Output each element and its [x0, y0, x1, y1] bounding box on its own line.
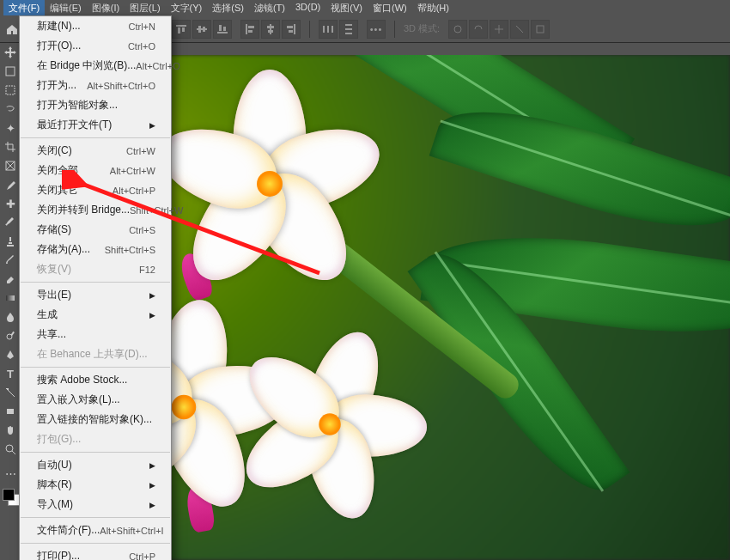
file-menu-item: 恢复(V)F12: [20, 259, 171, 279]
menu-3d[interactable]: 3D(D): [290, 0, 325, 15]
distribute-h-icon[interactable]: [319, 20, 338, 39]
file-menu-item[interactable]: 在 Bridge 中浏览(B)...Alt+Ctrl+O: [20, 56, 171, 76]
file-menu-item[interactable]: 新建(N)...Ctrl+N: [20, 16, 171, 36]
file-menu-item[interactable]: 关闭并转到 Bridge...Shift+Ctrl+W: [20, 200, 171, 220]
brush-tool-icon[interactable]: [0, 213, 21, 232]
menubar: 文件(F) 编辑(E) 图像(I) 图层(L) 文字(Y) 选择(S) 滤镜(T…: [0, 0, 730, 15]
svg-rect-19: [327, 26, 329, 33]
svg-rect-9: [246, 24, 247, 34]
foreground-color-swatch[interactable]: [3, 489, 15, 501]
marquee-tool-icon[interactable]: [0, 81, 21, 100]
file-menu-item[interactable]: 置入链接的智能对象(K)...: [20, 410, 171, 429]
svg-rect-5: [203, 27, 205, 32]
pen-tool-icon[interactable]: [0, 345, 21, 364]
svg-rect-14: [268, 30, 273, 33]
file-menu-item[interactable]: 自动(U)▶: [20, 455, 171, 475]
menu-file[interactable]: 文件(F): [3, 0, 45, 15]
wand-tool-icon[interactable]: ✦: [0, 119, 21, 137]
svg-rect-16: [287, 26, 293, 28]
svg-rect-11: [248, 30, 252, 33]
tools-panel: ✦ ✚ T ⋯: [0, 43, 21, 517]
crop-tool-icon[interactable]: [0, 137, 21, 156]
svg-rect-21: [345, 24, 352, 26]
file-menu-item: 打包(G)...: [20, 429, 171, 449]
align-left-icon[interactable]: [240, 20, 259, 39]
file-menu-item[interactable]: 置入嵌入对象(L)...: [20, 390, 171, 410]
color-swatches[interactable]: [2, 488, 19, 512]
zoom-tool-icon[interactable]: [0, 440, 21, 459]
file-menu-item[interactable]: 导出(E)▶: [20, 285, 171, 305]
eyedropper-tool-icon[interactable]: [0, 175, 21, 194]
path-tool-icon[interactable]: [0, 383, 21, 402]
file-menu-item[interactable]: 关闭全部Alt+Ctrl+W: [20, 161, 171, 180]
home-icon[interactable]: [5, 22, 19, 36]
dodge-tool-icon[interactable]: [0, 326, 21, 345]
svg-rect-2: [182, 27, 185, 32]
history-brush-tool-icon[interactable]: [0, 251, 21, 270]
more-tools-icon[interactable]: ⋯: [0, 464, 21, 483]
file-menu-item[interactable]: 脚本(R)▶: [20, 475, 171, 495]
rectangle-tool-icon[interactable]: [0, 402, 21, 421]
gradient-tool-icon[interactable]: [0, 289, 21, 307]
file-menu-item[interactable]: 打印(P)...Ctrl+P: [20, 546, 171, 560]
menu-edit[interactable]: 编辑(E): [45, 0, 87, 15]
svg-point-33: [6, 445, 13, 452]
menu-image[interactable]: 图像(I): [87, 0, 125, 15]
menu-help[interactable]: 帮助(H): [412, 0, 454, 15]
eraser-tool-icon[interactable]: [0, 270, 21, 289]
distribute-group: [319, 20, 358, 39]
stamp-tool-icon[interactable]: [0, 232, 21, 251]
align-hcenter-icon[interactable]: [261, 20, 280, 39]
svg-rect-27: [6, 86, 15, 94]
menu-select[interactable]: 选择(S): [207, 0, 249, 15]
3d-mode-group: [448, 20, 550, 39]
menu-view[interactable]: 视图(V): [325, 0, 368, 15]
more-align-icon[interactable]: •••: [367, 20, 386, 39]
hand-tool-icon[interactable]: [0, 421, 21, 440]
svg-rect-13: [267, 26, 274, 28]
menu-layer[interactable]: 图层(L): [125, 0, 165, 15]
move-tool-icon[interactable]: [0, 43, 21, 62]
align-bottom-icon[interactable]: [213, 20, 232, 39]
distribute-v-icon[interactable]: [339, 20, 358, 39]
file-menu-item[interactable]: 生成▶: [20, 305, 171, 325]
svg-rect-12: [270, 24, 271, 34]
3d-roll-icon[interactable]: [469, 20, 488, 39]
menu-type[interactable]: 文字(Y): [166, 0, 208, 15]
svg-rect-23: [345, 33, 352, 34]
align-right-icon[interactable]: [282, 20, 301, 39]
file-menu-item[interactable]: 导入(M)▶: [20, 495, 171, 514]
file-menu-item[interactable]: 最近打开文件(T)▶: [20, 115, 171, 135]
3d-orbit-icon[interactable]: [448, 20, 467, 39]
3d-pan-icon[interactable]: [490, 20, 508, 39]
svg-rect-8: [223, 27, 226, 31]
file-menu-item[interactable]: 存储为(A)...Shift+Ctrl+S: [20, 240, 171, 259]
file-menu-item[interactable]: 关闭(C)Ctrl+W: [20, 141, 171, 161]
align-top-icon[interactable]: [172, 20, 191, 39]
3d-scale-icon[interactable]: [531, 20, 550, 39]
file-menu-item[interactable]: 共享...: [20, 325, 171, 344]
align-group: [172, 20, 232, 39]
file-menu-item[interactable]: 关闭其它Alt+Ctrl+P: [20, 180, 171, 200]
blur-tool-icon[interactable]: [0, 307, 21, 326]
lasso-tool-icon[interactable]: [0, 100, 21, 119]
svg-rect-22: [345, 28, 352, 30]
file-menu-item[interactable]: 搜索 Adobe Stock...: [20, 370, 171, 390]
menu-window[interactable]: 窗口(W): [368, 0, 412, 15]
artboard-tool-icon[interactable]: [0, 62, 21, 81]
file-menu-item[interactable]: 打开(O)...Ctrl+O: [20, 36, 171, 56]
svg-rect-29: [6, 295, 15, 301]
3d-slide-icon[interactable]: [510, 20, 529, 39]
type-tool-icon[interactable]: T: [0, 364, 21, 383]
menu-filter[interactable]: 滤镜(T): [249, 0, 290, 15]
file-menu-item[interactable]: 打开为...Alt+Shift+Ctrl+O: [20, 76, 171, 95]
svg-rect-25: [537, 26, 544, 33]
align-vcenter-icon[interactable]: [192, 20, 211, 39]
file-menu-item[interactable]: 文件简介(F)...Alt+Shift+Ctrl+I: [20, 520, 171, 540]
file-menu-item[interactable]: 打开为智能对象...: [20, 95, 171, 115]
frame-tool-icon[interactable]: [0, 156, 21, 175]
file-menu-item[interactable]: 存储(S)Ctrl+S: [20, 220, 171, 240]
heal-tool-icon[interactable]: ✚: [0, 194, 21, 213]
svg-rect-26: [6, 67, 15, 76]
svg-rect-7: [219, 25, 222, 31]
